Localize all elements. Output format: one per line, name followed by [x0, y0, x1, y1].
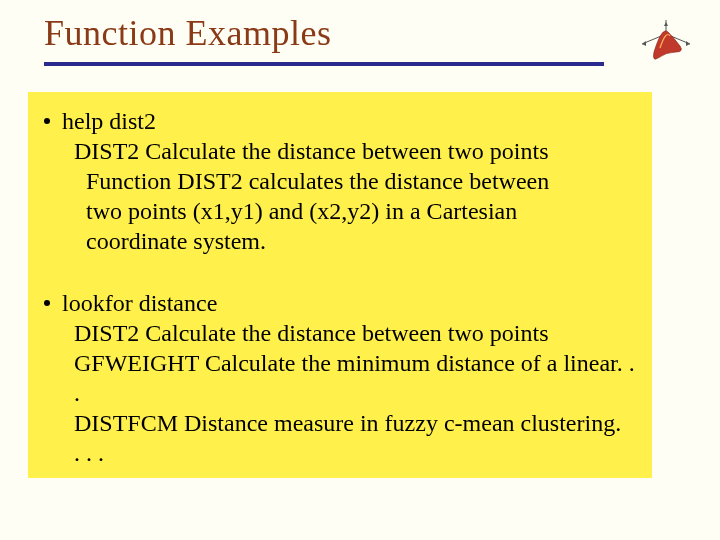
spacer [40, 256, 640, 282]
cmd-lookfor-distance: lookfor distance [62, 288, 217, 318]
output-line: DIST2 Calculate the distance between two… [74, 136, 640, 166]
output-line: . . . [74, 438, 640, 468]
output-line: DIST2 Calculate the distance between two… [74, 318, 640, 348]
bullet-icon [44, 300, 50, 306]
bullet-item-1: help dist2 [40, 106, 640, 136]
output-line: two points (x1,y1) and (x2,y2) in a Cart… [86, 196, 640, 226]
cmd-help-dist2: help dist2 [62, 106, 156, 136]
svg-marker-3 [664, 22, 668, 26]
matlab-logo-icon [636, 18, 700, 66]
output-line: Function DIST2 calculates the distance b… [86, 166, 640, 196]
slide-title: Function Examples [44, 12, 720, 54]
title-area: Function Examples [0, 0, 720, 54]
slide: Function Examples help dist2 DIST2 Calcu… [0, 0, 720, 540]
output-line: DISTFCM Distance measure in fuzzy c-mean… [74, 408, 640, 438]
bullet-item-2: lookfor distance [40, 288, 640, 318]
title-underline [44, 62, 604, 66]
content-block: help dist2 DIST2 Calculate the distance … [28, 92, 652, 478]
output-line: coordinate system. [86, 226, 640, 256]
bullet-icon [44, 118, 50, 124]
output-line: GFWEIGHT Calculate the minimum distance … [74, 348, 640, 408]
